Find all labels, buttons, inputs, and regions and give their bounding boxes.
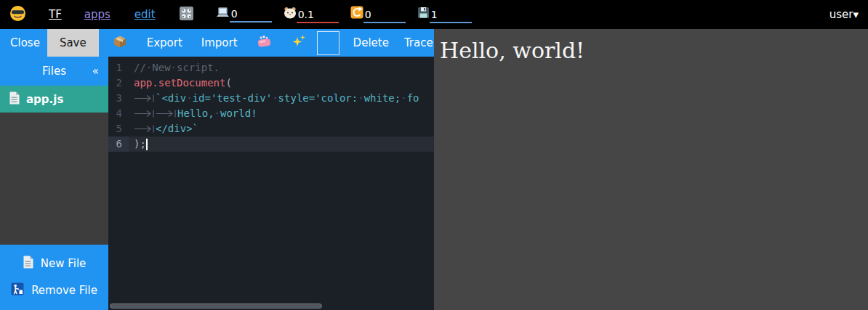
code-token: fo [407, 91, 419, 106]
new-file-button[interactable]: New File [0, 254, 108, 272]
trace-button[interactable]: Trace [404, 36, 433, 49]
code-token: `<div [156, 91, 186, 106]
soap-icon[interactable] [257, 36, 272, 51]
sparkles-icon[interactable] [292, 34, 306, 52]
line-number: 5 [108, 121, 129, 136]
preview-hello-text: Hello, world! [440, 38, 868, 63]
nav-link-edit[interactable]: edit [134, 8, 156, 21]
files-sidebar: Files « app.js New File [0, 57, 108, 310]
export-button[interactable]: Export [147, 36, 182, 49]
code-line[interactable]: 4Hello,·world! [108, 106, 434, 121]
delete-button[interactable]: Delete [353, 36, 389, 49]
user-menu[interactable]: user▾ [829, 8, 861, 21]
metric-hamster [284, 7, 339, 23]
main-area: Close Save Export Import Delete Trace Fi… [0, 29, 868, 310]
code-content: </div>` [129, 121, 434, 136]
new-file-label: New File [41, 257, 87, 270]
metric-reload [350, 6, 406, 23]
tab-whitespace-icon [156, 110, 177, 118]
blank-swatch-button[interactable] [317, 31, 339, 55]
code-token: white; [364, 91, 401, 106]
remove-file-button[interactable]: Remove File [0, 281, 108, 299]
metric-laptop [216, 7, 272, 23]
code-content: `<div·id='test-div'·style='color:·white;… [129, 91, 434, 106]
code-content: //·New·script. [129, 60, 434, 76]
remove-file-label: Remove File [31, 284, 97, 297]
text-cursor [146, 139, 148, 150]
metric-storage [417, 7, 472, 23]
code-token: ( [225, 76, 231, 91]
code-content: Hello,·world! [129, 106, 434, 121]
sidebar-title: Files [42, 65, 66, 78]
save-button[interactable]: Save [47, 29, 99, 57]
new-file-icon [23, 256, 33, 272]
laptop-metric-input[interactable] [230, 8, 272, 23]
code-token: </div>` [156, 121, 198, 136]
code-line[interactable]: 5</div>` [108, 121, 434, 136]
laptop-icon [216, 7, 230, 21]
code-line[interactable]: 1//·New·script. [108, 60, 434, 76]
workspace: Files « app.js New File [0, 57, 434, 310]
hamster-metric-input[interactable] [297, 9, 339, 23]
litter-bin-icon [11, 282, 24, 298]
code-token: style='color: [278, 91, 358, 106]
code-token: · [171, 60, 177, 76]
line-number: 4 [108, 106, 129, 121]
code-token: Hello, [177, 106, 214, 121]
code-lines: 1//·New·script.2app.setDocument(3`<div·i… [108, 60, 434, 152]
code-token: id='test-div' [193, 91, 273, 106]
line-number: 1 [108, 60, 129, 76]
sidebar-header: Files « [0, 57, 108, 86]
control-knobs-icon[interactable] [179, 6, 194, 24]
hamster-icon [284, 7, 297, 22]
code-token: script. [177, 60, 220, 76]
code-token: app.setDocument [134, 76, 225, 91]
package-icon[interactable] [113, 35, 127, 52]
code-token: · [214, 106, 220, 121]
sidebar-empty-space [0, 113, 108, 245]
storage-metric-input[interactable] [430, 9, 472, 23]
sidebar-actions: New File Remove File [0, 245, 108, 310]
file-name: app.js [26, 93, 63, 106]
code-token: // [134, 60, 146, 76]
code-token: · [401, 91, 406, 106]
document-icon [9, 91, 20, 107]
line-number: 2 [108, 76, 129, 91]
code-line[interactable]: 2app.setDocument( [108, 76, 434, 91]
file-item-appjs[interactable]: app.js [0, 86, 108, 113]
code-token: · [358, 91, 363, 106]
line-number: 3 [108, 91, 129, 106]
code-token: New [152, 60, 170, 76]
editor-toolbar: Close Save Export Import Delete Trace [0, 29, 434, 57]
top-bar: TF apps edit user▾ [0, 0, 868, 29]
brand-link[interactable]: TF [49, 8, 62, 21]
code-editor[interactable]: 1//·New·script.2app.setDocument(3`<div·i… [108, 57, 434, 310]
editor-column: Close Save Export Import Delete Trace Fi… [0, 29, 434, 310]
import-button[interactable]: Import [201, 36, 238, 49]
app-preview-pane: Hello, world! [434, 29, 868, 310]
code-line[interactable]: 6); [108, 136, 434, 152]
nav-link-apps[interactable]: apps [84, 8, 110, 21]
tab-whitespace-icon [134, 125, 156, 133]
tab-whitespace-icon [134, 110, 156, 118]
code-token: · [146, 60, 152, 76]
code-token: ); [134, 136, 146, 152]
code-token: · [272, 91, 278, 106]
code-content: app.setDocument( [129, 76, 434, 91]
code-token: world! [220, 106, 257, 121]
code-content: ); [129, 136, 434, 152]
line-number: 6 [108, 136, 129, 152]
horizontal-scrollbar[interactable] [110, 303, 322, 309]
code-line[interactable]: 3`<div·id='test-div'·style='color:·white… [108, 91, 434, 106]
code-token: · [186, 91, 192, 106]
smiling-face-sunglasses-icon[interactable] [9, 5, 26, 25]
clockwise-arrows-icon [350, 6, 363, 22]
floppy-disk-icon [417, 7, 430, 22]
collapse-sidebar-button[interactable]: « [92, 65, 99, 78]
tab-whitespace-icon [134, 94, 156, 102]
reload-metric-input[interactable] [363, 9, 406, 23]
close-button[interactable]: Close [10, 36, 40, 49]
